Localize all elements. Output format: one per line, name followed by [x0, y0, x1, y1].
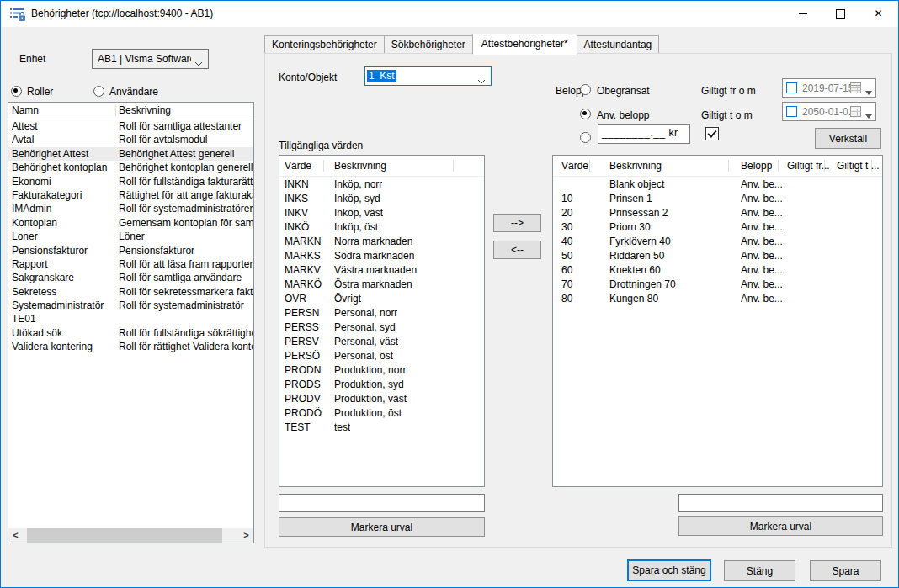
table-row[interactable]: 70Drottningen 70Anv. be... [553, 278, 882, 292]
konto-objekt-dropdown[interactable]: 1 Kst [364, 66, 492, 86]
anvandare-radio[interactable] [93, 86, 104, 97]
move-right-button[interactable]: --> [493, 214, 541, 232]
column-header[interactable]: Värde [285, 156, 311, 176]
table-row[interactable]: EkonomiRoll för fullständiga fakturarätt… [8, 175, 253, 188]
close-button[interactable]: ✕ [859, 1, 897, 27]
table-row[interactable]: 40Fyrklövern 40Anv. be... [553, 235, 882, 249]
table-row[interactable]: Blank objectAnv. be... [553, 177, 882, 192]
table-row[interactable]: 60Knekten 60Anv. be... [553, 263, 882, 278]
table-row[interactable]: TESTtest [279, 421, 484, 435]
roller-radio[interactable] [11, 86, 22, 97]
table-row[interactable]: Behörighet kontoplanBehörighet kontoplan… [8, 161, 253, 174]
custom-amount-radio[interactable] [580, 132, 591, 143]
table-row[interactable]: MARKÖÖstra marknaden [279, 278, 484, 292]
date-to-checkbox[interactable] [786, 106, 797, 117]
column-header[interactable]: Namn [12, 103, 39, 119]
table-row[interactable]: 50Riddaren 50Anv. be... [553, 249, 882, 263]
scroll-right-icon[interactable]: > [239, 528, 253, 543]
horizontal-scrollbar[interactable]: < > [8, 528, 253, 543]
table-row[interactable]: SakgranskareRoll för samtliga användare [8, 271, 253, 284]
table-row[interactable]: FakturakategoriRättighet för att ange fa… [8, 188, 253, 202]
tab-s-kbeh-righeter[interactable]: Sökbehörigheter [384, 35, 473, 54]
maximize-button[interactable] [822, 1, 859, 27]
table-row[interactable]: Validera konteringRoll för rättighet Val… [8, 340, 253, 353]
column-header[interactable]: Beskrivning [119, 103, 171, 119]
save-and-close-button[interactable]: Spara och stäng [627, 559, 711, 581]
verkstall-button[interactable]: Verkställ [815, 128, 881, 149]
table-row[interactable]: INKÖInköp, öst [279, 220, 484, 235]
table-row[interactable]: OVRÖvrigt [279, 292, 484, 306]
column-header[interactable]: Giltigt fr... [787, 156, 830, 176]
cell: INKÖ [285, 220, 329, 235]
column-header[interactable]: Värde [561, 156, 588, 176]
tab-attestbeh-righeter[interactable]: Attestbehörigheter* [472, 34, 577, 55]
table-row[interactable]: MARKNNorra marknaden [279, 235, 484, 249]
table-row[interactable]: 80Kungen 80Anv. be... [553, 292, 882, 306]
dropdown-arrow-icon[interactable] [865, 86, 872, 98]
table-row[interactable]: PERSNPersonal, norr [279, 306, 484, 320]
tab-konteringsbeh-righeter[interactable]: Konteringsbehörigheter [264, 35, 385, 54]
table-row[interactable]: MARKVVästra marknaden [279, 263, 484, 278]
table-row[interactable]: 20Prinsessan 2Anv. be... [553, 206, 882, 220]
cell: Produktion, väst [334, 392, 407, 406]
table-row[interactable]: Utökad sökRoll för fullständiga sökrätti… [8, 326, 253, 340]
table-row[interactable]: KontoplanGemensam kontoplan för samtliga [8, 216, 253, 230]
date-from-checkbox[interactable] [786, 82, 797, 93]
table-row[interactable]: PERSSPersonal, syd [279, 320, 484, 335]
table-row[interactable]: AvtalRoll för avtalsmodul [8, 133, 253, 146]
table-row[interactable]: PRODVProduktion, väst [279, 392, 484, 406]
table-row[interactable]: TE01 [8, 312, 253, 326]
table-row[interactable]: MARKSSödra marknaden [279, 249, 484, 263]
column-header[interactable]: Belopp [741, 156, 772, 176]
table-row[interactable]: PERSÖPersonal, öst [279, 349, 484, 363]
cell: Ekonomi [12, 175, 114, 188]
table-row[interactable]: SystemadministratörRoll för systemadmini… [8, 299, 253, 312]
table-row[interactable]: PRODSProduktion, syd [279, 378, 484, 392]
date-to-picker[interactable]: 2050-01-01 [782, 102, 876, 121]
titlebar[interactable]: Behörigheter (tcp://localhost:9400 - AB1… [1, 1, 898, 27]
available-values-table[interactable]: VärdeBeskrivning INKNInköp, norrINKSInkö… [279, 155, 485, 487]
enhet-dropdown[interactable]: AB1 | Visma Software A [92, 49, 209, 69]
move-left-button[interactable]: <-- [493, 241, 541, 259]
amount-input[interactable]: ________.__ kr [598, 124, 690, 144]
tab-attestundantag[interactable]: Attestundantag [577, 35, 660, 54]
column-header[interactable]: Beskrivning [609, 156, 662, 176]
table-row[interactable]: PRODÖProduktion, öst [279, 406, 484, 421]
table-row[interactable]: PERSVPersonal, väst [279, 335, 484, 349]
cell: Inköp, norr [334, 177, 382, 192]
table-row[interactable]: Behörighet AttestBehörighet Attest gener… [8, 147, 253, 161]
table-row[interactable]: LonerLöner [8, 230, 253, 243]
table-row[interactable]: SekretessRoll för sekretessmarkera faktu… [8, 285, 253, 299]
scrollbar-thumb[interactable] [27, 528, 222, 543]
obegransat-radio[interactable] [580, 84, 591, 95]
table-row[interactable]: PensionsfakturorPensionsfakturor [8, 244, 253, 257]
column-header[interactable]: Giltigt t ... [837, 156, 880, 176]
column-header[interactable]: Beskrivning [334, 156, 386, 176]
roles-table[interactable]: NamnBeskrivning AttestRoll för samtliga … [8, 102, 254, 543]
table-row[interactable]: INKSInköp, syd [279, 192, 484, 206]
table-row[interactable]: 10Prinsen 1Anv. be... [553, 192, 882, 206]
table-row[interactable]: INKNInköp, norr [279, 177, 484, 192]
amount-checkbox[interactable] [705, 127, 719, 140]
scroll-left-icon[interactable]: < [8, 528, 23, 543]
cell: Produktion, syd [334, 378, 404, 392]
dropdown-arrow-icon[interactable] [865, 109, 872, 121]
available-filter-input[interactable] [279, 494, 485, 512]
table-row[interactable]: PRODNProduktion, norr [279, 363, 484, 378]
table-row[interactable]: RapportRoll för att läsa fram rapporter [8, 257, 253, 271]
table-row[interactable]: INKVInköp, väst [279, 206, 484, 220]
close-window-button[interactable]: Stäng [724, 560, 795, 581]
table-row[interactable]: 30Priorn 30Anv. be... [553, 220, 882, 235]
minimize-button[interactable] [784, 1, 822, 27]
available-markera-urval-button[interactable]: Markera urval [279, 517, 485, 537]
anv-belopp-radio[interactable] [580, 109, 591, 119]
assigned-filter-input[interactable] [678, 494, 883, 512]
window-title: Behörigheter (tcp://localhost:9400 - AB1… [31, 8, 213, 19]
assigned-values-table[interactable]: VärdeBeskrivningBeloppGiltigt fr...Gilti… [552, 155, 883, 487]
assigned-markera-urval-button[interactable]: Markera urval [678, 516, 883, 536]
table-row[interactable]: IMAdminRoll för systemadministratörer [8, 202, 253, 215]
save-button[interactable]: Spara [810, 560, 881, 581]
date-from-picker[interactable]: 2019-07-15 [782, 78, 876, 98]
cell: TE01 [12, 312, 114, 326]
table-row[interactable]: AttestRoll för samtliga attestanter [8, 119, 253, 133]
